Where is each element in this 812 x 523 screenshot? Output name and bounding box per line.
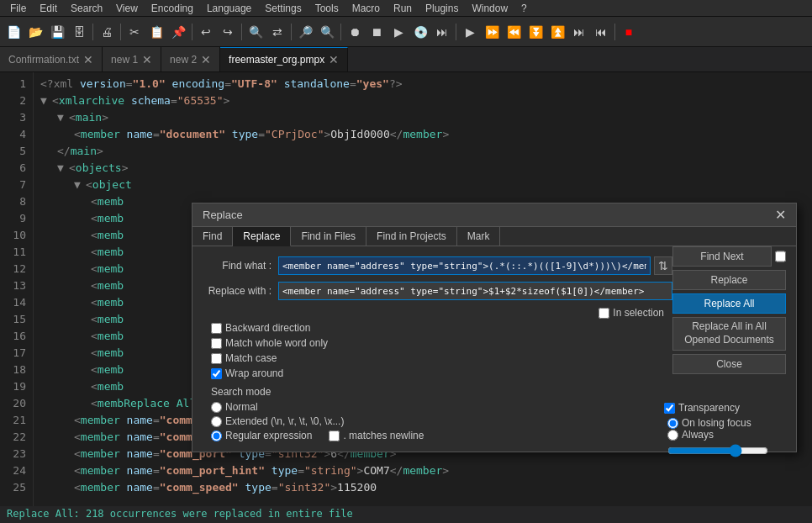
dialog-tab-find-in-projects[interactable]: Find in Projects [366,227,457,246]
toolbar-run3[interactable]: ⏪ [504,22,524,42]
menu-file[interactable]: File [3,0,33,16]
line-num-22: 22 [0,429,26,446]
tab-close-icon[interactable]: ✕ [329,53,339,66]
tab-label: freemaster_org.pmpx [229,54,324,66]
radio-normal[interactable] [211,402,222,413]
toolbar-paste[interactable]: 📌 [168,22,188,42]
radio-always[interactable] [667,430,678,441]
toolbar-run7[interactable]: ⏮ [591,22,611,42]
menu-window[interactable]: Window [465,0,514,16]
menu-plugins[interactable]: Plugins [419,0,465,16]
backward-direction-checkbox[interactable] [211,323,222,334]
code-line-7: ▼<object [40,177,805,193]
tab-new2[interactable]: new 2 ✕ [161,47,220,71]
toolbar-find[interactable]: 🔍 [245,22,266,42]
toolbar-macro-save[interactable]: 💿 [410,22,430,42]
line-num-13: 13 [0,277,26,294]
dialog-close-button[interactable]: ✕ [775,207,786,223]
match-case-row: Match case [211,352,328,364]
line-num-14: 14 [0,294,26,311]
toolbar-saveall[interactable]: 🗄 [69,22,89,42]
toolbar-macro-load[interactable]: ⏭ [432,22,452,42]
code-line-3: ▼<main> [40,109,805,126]
menu-view[interactable]: View [109,0,145,16]
swap-button[interactable]: ⇅ [654,256,672,275]
menu-settings[interactable]: Settings [258,0,308,16]
toolbar-print[interactable]: 🖨 [97,22,117,42]
toolbar-run2[interactable]: ⏩ [482,22,502,42]
code-line-5: </main> [40,143,805,160]
line-num-10: 10 [0,227,26,244]
radio-extended[interactable] [211,416,222,427]
tab-new1[interactable]: new 1 ✕ [103,47,161,71]
toolbar-new[interactable]: 📄 [3,22,24,42]
dialog-tab-find-in-files[interactable]: Find in Files [291,227,366,246]
toolbar-redo[interactable]: ↪ [218,22,238,42]
toolbar-zoomin[interactable]: 🔎 [295,22,315,42]
toolbar-macro-play[interactable]: ▶ [388,22,409,42]
menu-macro[interactable]: Macro [345,0,387,16]
replace-with-input[interactable] [278,282,672,300]
toolbar-open[interactable]: 📂 [25,22,45,42]
radio-always-label: Always [682,429,714,441]
find-next-checkbox[interactable] [775,251,786,262]
transparency-slider[interactable] [667,444,768,457]
match-case-checkbox[interactable] [211,353,222,364]
radio-regex[interactable] [211,431,222,441]
toolbar-sep-5 [291,24,292,40]
toolbar-undo[interactable]: ↩ [196,22,216,42]
in-selection-label: In selection [613,307,664,319]
toolbar-zoomout[interactable]: 🔍 [317,22,337,42]
line-num-17: 17 [0,345,26,362]
toolbar-copy[interactable]: 📋 [146,22,166,42]
tab-close-icon[interactable]: ✕ [142,53,152,66]
radio-on-losing-focus-label: On losing focus [682,417,751,429]
line-num-7: 7 [0,177,26,193]
toolbar-sep-4 [241,24,242,40]
wrap-around-checkbox[interactable] [211,368,222,379]
toolbar-replace[interactable]: ⇄ [267,22,287,42]
toolbar-run5[interactable]: ⏫ [547,22,567,42]
toolbar-sep-3 [192,24,192,40]
toolbar-macro-stop[interactable]: ⏹ [366,22,387,42]
toolbar-run4[interactable]: ⏬ [525,22,546,42]
tab-freemaster[interactable]: freemaster_org.pmpx ✕ [220,47,348,71]
replace-all-button[interactable]: Replace All [672,293,786,314]
replace-button[interactable]: Replace [672,270,786,290]
close-button[interactable]: Close [672,354,786,374]
match-whole-word-row: Match whole word only [211,337,328,349]
tab-close-icon[interactable]: ✕ [201,53,211,66]
dialog-tab-find[interactable]: Find [192,227,233,246]
toolbar-extra[interactable]: ■ [619,22,639,42]
tab-confirmation[interactable]: Confirmation.txt ✕ [0,47,103,71]
menu-search[interactable]: Search [64,0,109,16]
radio-on-losing-focus[interactable] [667,418,678,429]
find-next-button[interactable]: Find Next [672,246,772,267]
menu-help[interactable]: ? [514,0,534,16]
line-num-18: 18 [0,362,26,378]
match-whole-word-label: Match whole word only [225,337,328,349]
code-line-24: <member name="comm_port_hint" type="stri… [40,462,805,479]
toolbar-run6[interactable]: ⏭ [569,22,589,42]
dialog-tab-mark[interactable]: Mark [457,227,501,246]
menu-run[interactable]: Run [387,0,419,16]
menu-tools[interactable]: Tools [308,0,345,16]
replace-all-opened-button[interactable]: Replace All in All Opened Documents [672,317,786,351]
find-what-input[interactable] [278,256,651,275]
toolbar-run[interactable]: ▶ [460,22,480,42]
match-whole-word-checkbox[interactable] [211,338,222,349]
replace-dialog: Replace ✕ Find Replace Find in Files Fin… [192,203,797,452]
matches-newline-checkbox[interactable] [329,431,340,441]
transparency-focus-row: On losing focus [664,417,786,429]
in-selection-checkbox[interactable] [598,308,609,319]
transparency-checkbox[interactable] [664,403,675,414]
menu-edit[interactable]: Edit [33,0,64,16]
toolbar-save[interactable]: 💾 [47,22,67,42]
dialog-tab-replace[interactable]: Replace [233,227,291,246]
menu-language[interactable]: Language [200,0,258,16]
toolbar-macro-rec[interactable]: ⏺ [345,22,365,42]
menu-encoding[interactable]: Encoding [145,0,200,16]
line-num-5: 5 [0,143,26,160]
tab-close-icon[interactable]: ✕ [83,53,93,66]
toolbar-cut[interactable]: ✂ [124,22,145,42]
